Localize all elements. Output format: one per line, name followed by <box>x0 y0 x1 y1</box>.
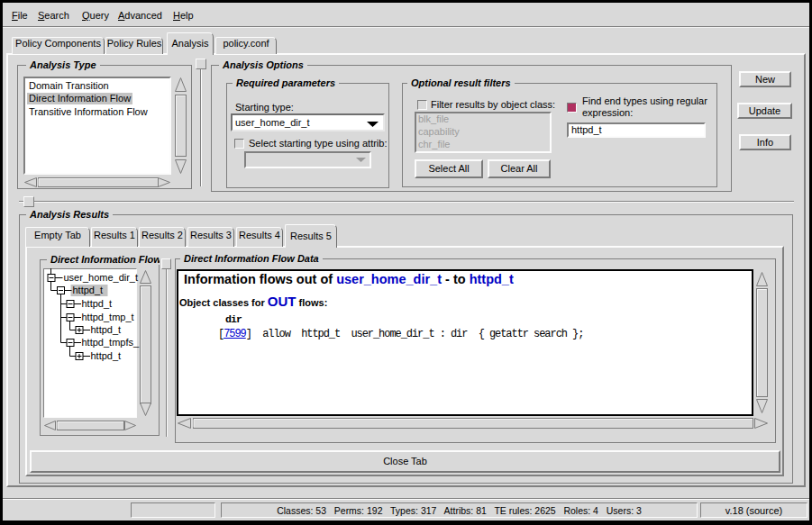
svg-text:httpd_t: httpd_t <box>91 324 122 335</box>
svg-text:httpd_t: httpd_t <box>73 285 104 295</box>
svg-text:httpd_tmpfs_: httpd_tmpfs_ <box>82 337 140 348</box>
svg-text:httpd_t: httpd_t <box>91 350 122 361</box>
svg-text:httpd_t: httpd_t <box>82 298 113 309</box>
svg-text:user_home_dir_t: user_home_dir_t <box>64 272 139 283</box>
svg-text:httpd_tmp_t: httpd_tmp_t <box>82 312 134 322</box>
